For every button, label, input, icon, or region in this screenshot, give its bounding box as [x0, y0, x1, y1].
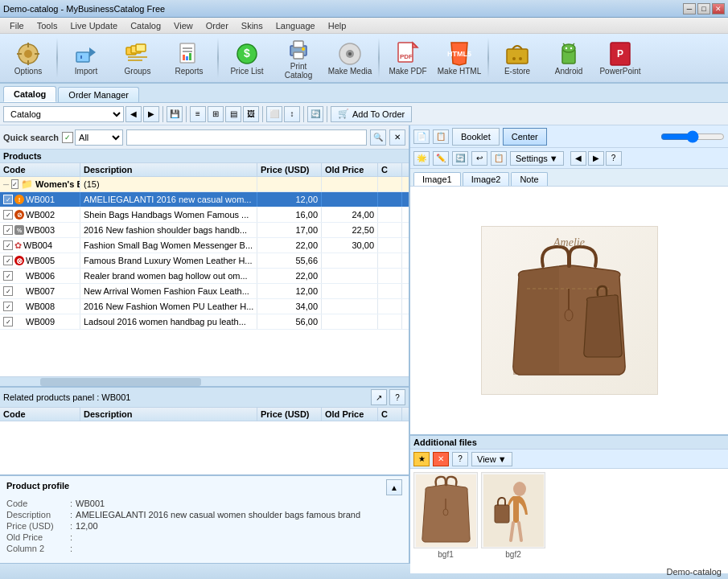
rt2-btn5[interactable]: 📋 [491, 151, 507, 166]
options-button[interactable]: Options [3, 35, 53, 80]
svg-point-47 [565, 310, 573, 321]
table-hscroll[interactable] [0, 376, 409, 386]
makemedia-button[interactable]: Make Media [325, 35, 375, 80]
tab-ordermanager[interactable]: Order Manager [58, 87, 139, 102]
tab-image1[interactable]: Image1 [413, 172, 461, 186]
nav-back-button[interactable]: ◀ [125, 106, 142, 122]
filter-button[interactable]: ⬜ [266, 106, 282, 122]
table-row[interactable]: ✓ ⊘ WB002 Shein Bags Handbags Women Famo… [0, 207, 409, 223]
search-input[interactable] [126, 129, 367, 146]
product-table[interactable]: Code Description Price (USD) Old Price C… [0, 163, 409, 376]
view-list-button[interactable]: ≡ [190, 106, 206, 122]
row-c-wb005 [378, 253, 402, 268]
table-row[interactable]: ✓ WB008 2016 New Fashion Women PU Leathe… [0, 299, 409, 314]
reports-button[interactable]: Reports [164, 35, 214, 80]
booklet-button[interactable]: Booklet [452, 128, 500, 146]
center-button[interactable]: Center [503, 128, 547, 146]
close-button[interactable]: ✕ [712, 3, 725, 14]
table-row[interactable]: ✓ ⊗ WB005 Famous Brand Luxury Women Leat… [0, 253, 409, 269]
search-button[interactable]: 🔍 [370, 129, 386, 146]
table-row[interactable]: ✓ WB009 Ladsoul 2016 women handbag pu le… [0, 314, 409, 330]
af-help-button[interactable]: ? [452, 452, 468, 466]
nav-prev-button[interactable]: ◀ [570, 151, 586, 166]
powerpoint-button[interactable]: P PowerPoint [595, 35, 645, 80]
menu-view[interactable]: View [167, 18, 199, 33]
menu-liveupdate[interactable]: Live Update [64, 18, 124, 33]
estore-button[interactable]: E-store [492, 35, 542, 80]
import-button[interactable]: Import [61, 35, 111, 80]
tab-note[interactable]: Note [511, 172, 547, 186]
search-filter-check[interactable]: ✓ [62, 132, 73, 143]
group-row-womens-bags[interactable]: ─ ✓ 📁 Women's Bags (15) [0, 177, 409, 192]
af-view-button[interactable]: View ▼ [471, 452, 512, 466]
nav-forward-button[interactable]: ▶ [143, 106, 159, 122]
catalog-select[interactable]: Catalog [3, 106, 124, 122]
menu-language[interactable]: Language [269, 18, 322, 33]
maximize-button[interactable]: □ [697, 3, 710, 14]
search-filter-select[interactable]: All [75, 129, 123, 146]
menu-tools[interactable]: Tools [31, 18, 64, 33]
row-c-wb001 [378, 192, 402, 207]
row-oldprice-wb005 [322, 253, 378, 268]
clear-search-button[interactable]: ✕ [389, 129, 405, 146]
groups-button[interactable]: Groups [113, 35, 162, 80]
search-bar: Quick search ✓ All 🔍 ✕ [0, 125, 409, 150]
menu-skins[interactable]: Skins [235, 18, 269, 33]
thumbnail-bgf2[interactable]: bgf2 [481, 472, 545, 570]
related-help-button[interactable]: ? [389, 389, 405, 405]
rt2-btn3[interactable]: 🔄 [452, 151, 468, 166]
tab-catalog[interactable]: Catalog [3, 86, 56, 102]
table-row[interactable]: ✓ ✿ WB004 Fashion Small Bag Women Messen… [0, 238, 409, 253]
view-detail-button[interactable]: ▤ [225, 106, 241, 122]
group-expand-cell[interactable]: ─ ✓ 📁 Women's Bags [0, 177, 80, 191]
printcatalog-button[interactable]: Print Catalog [274, 35, 323, 80]
table-row[interactable]: ✓ % WB003 2016 New fashion shoulder bags… [0, 223, 409, 238]
android-label: Android [555, 67, 582, 76]
af-btn2[interactable]: ✕ [433, 452, 449, 466]
rt2-btn4[interactable]: ↩ [471, 151, 487, 166]
row-desc-wb005: Famous Brand Luxury Women Leather H... [80, 253, 257, 268]
sep3 [262, 106, 263, 122]
save-button[interactable]: 💾 [167, 106, 183, 122]
rt2-btn1[interactable]: 🌟 [413, 151, 430, 166]
rt-btn2[interactable]: 📋 [433, 129, 449, 144]
makepdf-icon: PDF [395, 41, 421, 67]
profile-expand-button[interactable]: ▲ [386, 479, 402, 495]
rel-col-desc: Description [80, 408, 257, 421]
row-desc-wb007: New Arrival Women Fashion Faux Leath... [80, 284, 257, 298]
settings-button[interactable]: Settings ▼ [510, 151, 564, 166]
nav-next-button[interactable]: ▶ [588, 151, 604, 166]
table-row[interactable]: ✓ WB007 New Arrival Women Fashion Faux L… [0, 284, 409, 299]
tab-image2[interactable]: Image2 [463, 172, 510, 186]
thumbnail-bgf1[interactable]: bgf1 [413, 472, 478, 570]
refresh-button[interactable]: 🔄 [307, 106, 323, 122]
minimize-button[interactable]: ─ [683, 3, 696, 14]
view-img-button[interactable]: 🖼 [243, 106, 259, 122]
zoom-slider[interactable] [660, 130, 725, 143]
android-button[interactable]: Android [544, 35, 594, 80]
help-button[interactable]: ? [606, 151, 622, 166]
row-code-wb007: ✓ WB007 [0, 284, 80, 298]
add-to-order-button[interactable]: 🛒 Add To Order [331, 106, 412, 122]
row-code-wb003: ✓ % WB003 [0, 223, 80, 237]
makepdf-button[interactable]: PDF Make PDF [383, 35, 433, 80]
menu-help[interactable]: Help [322, 18, 353, 33]
profile-row-price: Price (USD) : 12,00 [6, 521, 402, 531]
menu-catalog[interactable]: Catalog [124, 18, 167, 33]
view-grid-button[interactable]: ⊞ [208, 106, 224, 122]
rt2-btn2[interactable]: ✏️ [433, 151, 449, 166]
row-price-wb006: 22,00 [257, 269, 322, 283]
related-link-button[interactable]: ↗ [371, 389, 387, 405]
table-row[interactable]: ✓ WB006 Realer brand women bag hollow ou… [0, 269, 409, 284]
menu-file[interactable]: File [3, 18, 31, 33]
af-btn1[interactable]: ★ [413, 452, 430, 466]
toolbar-sep-2 [217, 38, 219, 78]
makehtml-button[interactable]: HTML5 Make HTML [434, 35, 484, 80]
rt-btn1[interactable]: 📄 [413, 129, 430, 144]
profile-row-desc: Description : AMELIEGALANTI 2016 new cas… [6, 510, 402, 519]
menu-order[interactable]: Order [199, 18, 235, 33]
table-row[interactable]: ✓ ! WB001 AMELIEGALANTI 2016 new casual … [0, 192, 409, 207]
pricelist-button[interactable]: $ Price List [222, 35, 272, 80]
sort-button[interactable]: ↕ [284, 106, 300, 122]
rel-col-price: Price (USD) [257, 408, 322, 421]
